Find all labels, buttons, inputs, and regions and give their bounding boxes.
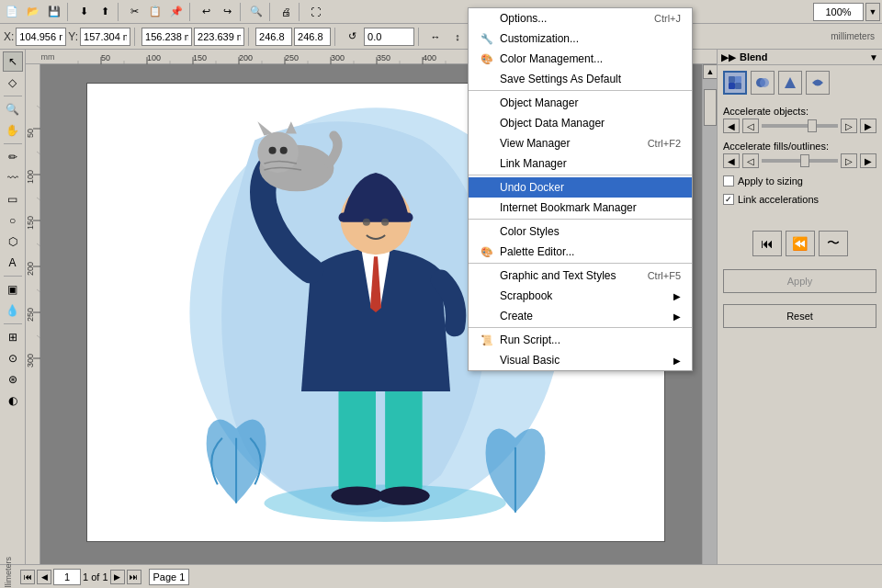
scrapbook-arrow: ▶ [673, 291, 681, 301]
color-styles-icon [480, 224, 494, 239]
object-manager-icon [480, 96, 494, 110]
menu-item-save-settings[interactable]: Save Settings As Default [469, 69, 692, 91]
run-script-label: Run Script... [500, 334, 560, 346]
save-settings-icon [480, 72, 494, 86]
menu-item-object-data[interactable]: Object Data Manager [469, 113, 692, 133]
menu-item-palette-editor[interactable]: 🎨 Palette Editor... [469, 242, 692, 264]
create-label: Create [500, 310, 533, 322]
menu-item-color-mgmt[interactable]: 🎨 Color Management... [469, 49, 692, 69]
visual-basic-label: Visual Basic [500, 354, 560, 367]
view-manager-icon [480, 136, 494, 151]
window-menu: Options... Ctrl+J 🔧 Customization... 🎨 C… [468, 7, 693, 371]
options-label: Options... [500, 12, 547, 25]
run-script-icon: 📜 [480, 333, 494, 347]
menu-item-customization[interactable]: 🔧 Customization... [469, 28, 692, 49]
undo-docker-label: Undo Docker [500, 181, 564, 194]
menu-item-object-manager[interactable]: Object Manager [469, 93, 692, 113]
graphic-text-shortcut: Ctrl+F5 [648, 270, 681, 281]
view-manager-label: View Manager [500, 137, 571, 150]
customization-label: Customization... [500, 32, 579, 45]
graphic-text-label: Graphic and Text Styles [500, 269, 616, 282]
menu-item-color-styles[interactable]: Color Styles [469, 221, 692, 242]
palette-editor-icon: 🎨 [480, 244, 494, 259]
menu-item-options[interactable]: Options... Ctrl+J [469, 8, 692, 28]
menu-item-link-manager[interactable]: Link Manager [469, 153, 692, 175]
menu-item-create[interactable]: Create ▶ [469, 306, 692, 328]
scrapbook-icon [480, 288, 494, 303]
graphic-text-icon [480, 268, 494, 283]
color-mgmt-label: Color Management... [500, 52, 603, 65]
color-mgmt-icon: 🎨 [480, 51, 494, 66]
save-settings-label: Save Settings As Default [500, 73, 621, 85]
menu-item-undo-docker[interactable]: Undo Docker [469, 177, 692, 198]
scrapbook-label: Scrapbook [500, 289, 552, 302]
link-manager-icon [480, 156, 494, 171]
menu-item-visual-basic[interactable]: Visual Basic ▶ [469, 350, 692, 370]
menu-item-scrapbook[interactable]: Scrapbook ▶ [469, 286, 692, 306]
menu-item-graphic-text[interactable]: Graphic and Text Styles Ctrl+F5 [469, 266, 692, 286]
customization-icon: 🔧 [480, 31, 494, 46]
options-icon [480, 11, 494, 26]
create-icon [480, 309, 494, 323]
undo-docker-icon [480, 180, 494, 195]
palette-editor-label: Palette Editor... [500, 245, 574, 258]
object-data-icon [480, 116, 494, 130]
menu-item-view-manager[interactable]: View Manager Ctrl+F2 [469, 133, 692, 153]
visual-basic-icon [480, 353, 494, 368]
visual-basic-arrow: ▶ [673, 356, 681, 366]
internet-bookmark-label: Internet Bookmark Manager [500, 201, 637, 214]
object-manager-label: Object Manager [500, 96, 578, 109]
options-shortcut: Ctrl+J [654, 13, 681, 24]
link-manager-label: Link Manager [500, 157, 567, 170]
object-data-label: Object Data Manager [500, 117, 605, 130]
color-styles-label: Color Styles [500, 225, 560, 238]
menu-overlay[interactable]: Options... Ctrl+J 🔧 Customization... 🎨 C… [0, 0, 882, 588]
internet-bookmark-icon [480, 200, 494, 215]
create-arrow: ▶ [673, 311, 681, 322]
view-manager-shortcut: Ctrl+F2 [648, 138, 681, 149]
menu-item-run-script[interactable]: 📜 Run Script... [469, 330, 692, 350]
menu-item-internet-bookmark[interactable]: Internet Bookmark Manager [469, 198, 692, 220]
